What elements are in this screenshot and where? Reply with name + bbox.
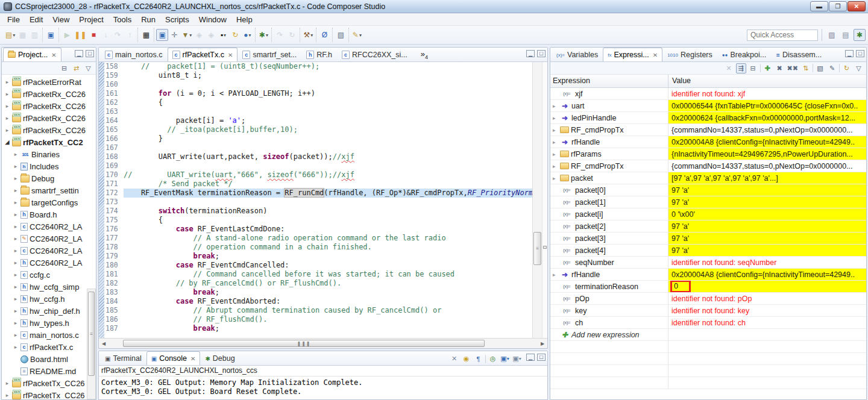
tree-item-rfpackettx-cc26[interactable]: ▸rfPacketTx_CC26	[2, 389, 96, 399]
tree-expand-icon[interactable]: ▸	[13, 332, 19, 338]
expression-row-rf-cmdproptx[interactable]: ▸RF_cmdPropTx{commandNo=14337,status=0,p…	[550, 160, 866, 172]
tree-item-main-nortos-c[interactable]: ▸cmain_nortos.c	[2, 329, 96, 341]
memory-browser-icon[interactable]: ▣	[156, 29, 168, 41]
refresh-icon[interactable]: ↻	[841, 63, 852, 73]
expression-row-ledpinhandle[interactable]: ▸➜ledPinHandle0x20000624 {callbackFxn=0x…	[550, 112, 866, 124]
tree-item-includes[interactable]: ▸hIncludes	[2, 160, 96, 172]
edit-expression-icon[interactable]: ✎	[827, 63, 837, 73]
close-button[interactable]: ✕	[848, 1, 866, 11]
pin-console-icon[interactable]: ◎	[488, 354, 498, 364]
tree-expand-icon[interactable]: ▸	[13, 344, 19, 350]
close-icon[interactable]: ✕	[51, 52, 56, 58]
tree-expand-icon[interactable]: ▸	[13, 272, 19, 278]
clear-console-icon[interactable]: ✕	[449, 354, 459, 364]
debug-icon[interactable]: ✱▾	[257, 29, 269, 41]
tree-expand-icon[interactable]: ▸	[4, 380, 10, 386]
tab-disassem-[interactable]: ≣Disassem...	[771, 48, 826, 61]
view-menu-icon[interactable]: ▽	[854, 63, 864, 73]
menu-file[interactable]: File	[2, 14, 25, 25]
dropdown-arrow-icon[interactable]: ▾	[224, 33, 226, 38]
build-hammer-icon[interactable]: ⚒▾	[302, 29, 314, 41]
tree-expand-icon[interactable]: ▸	[13, 187, 19, 193]
console-tab-debug[interactable]: ✱Debug	[200, 351, 239, 365]
tree-item-hw-chip-def-h[interactable]: ▸hhw_chip_def.h	[2, 305, 96, 317]
tree-item-cc2640r2-la[interactable]: ▸cCC2640R2_LA	[2, 245, 96, 257]
tree-expand-icon[interactable]: ▸	[4, 115, 10, 121]
expression-row-rfhandle[interactable]: ▸➜rfHandle0x200004A8 {clientConfig={nIna…	[550, 269, 866, 281]
tree-expand-icon[interactable]: ▸	[13, 284, 19, 290]
expression-row-packet-0-[interactable]: (x)=packet[0]97 'a'	[550, 184, 866, 196]
column-header-expression[interactable]: Expression	[550, 75, 668, 87]
editor-vertical-scrollbar[interactable]: ≡	[532, 62, 542, 338]
ccs-edit-perspective-icon[interactable]: ▤	[840, 29, 852, 41]
tree-item-readme-md[interactable]: README.md	[2, 365, 96, 377]
expression-row-rf-cmdproptx[interactable]: ▸RF_cmdPropTx{commandNo=14337,status=0,p…	[550, 124, 866, 136]
maximize-view-icon[interactable]: ☐	[537, 50, 546, 57]
dropdown-arrow-icon[interactable]: ▾	[266, 33, 268, 38]
dropdown-arrow-icon[interactable]: ▾	[507, 356, 509, 361]
tree-expand-icon[interactable]: ▸	[13, 308, 19, 314]
project-tree-scrollbar[interactable]: ≡	[87, 289, 96, 399]
tree-item-rfpacketrx-cc26[interactable]: ▸rfPacketRx_CC26	[2, 88, 96, 100]
expression-row-packet-2-[interactable]: (x)=packet[2]97 'a'	[550, 220, 866, 233]
display-console-icon[interactable]: ▣▾	[500, 354, 510, 364]
console-view-icon[interactable]: ▣	[45, 29, 57, 41]
tab-breakpoi-[interactable]: ●●Breakpoi...	[717, 48, 771, 61]
menu-project[interactable]: Project	[74, 14, 108, 25]
minimize-view-icon[interactable]: ▁	[526, 50, 535, 57]
close-icon[interactable]: ✕	[653, 52, 658, 58]
menu-run[interactable]: Run	[136, 14, 160, 25]
tree-expand-icon[interactable]: ▸	[4, 79, 10, 85]
open-console-icon[interactable]: ▣▾	[512, 354, 522, 364]
console-tab-console[interactable]: ▣Console✕	[146, 351, 201, 365]
tree-item-cc2640r2-la[interactable]: ▸hCC2640R2_LA	[2, 257, 96, 269]
tree-item-hw-ccfg-simp[interactable]: ▸hhw_ccfg_simp	[2, 281, 96, 293]
tree-expand-icon[interactable]: ▸	[4, 103, 10, 109]
tree-item-debug[interactable]: ▸Debug	[2, 172, 96, 184]
flash-icon[interactable]: ◈	[193, 29, 205, 41]
step-return-icon[interactable]: ↑	[124, 29, 136, 41]
step-over-icon[interactable]: ↷	[112, 29, 124, 41]
tree-expand-icon[interactable]: ▸	[13, 199, 19, 205]
tree-item-rfpacketerrorrat[interactable]: ▸rfPacketErrorRat	[2, 76, 96, 88]
tree-item-board-h[interactable]: ▸hBoard.h	[2, 208, 96, 220]
annotation-wand-icon[interactable]: ✎▾	[351, 29, 363, 41]
console-tab-terminal[interactable]: ▣Terminal	[100, 351, 146, 365]
tree-expand-icon[interactable]: ◢	[4, 139, 10, 145]
expand-icon[interactable]: ▸	[553, 175, 558, 181]
editor-tab-smartrf-set-[interactable]: csmartrf_set...	[237, 48, 301, 61]
tree-item-rfpacketrx-cc26[interactable]: ▸rfPacketRx_CC26	[2, 124, 96, 136]
tree-item-binaries[interactable]: ▸101Binaries	[2, 148, 96, 160]
minimize-view-icon[interactable]: ▁	[526, 354, 535, 361]
tab-project-explorer[interactable]: Project... ✕	[3, 48, 61, 61]
editor-horizontal-scrollbar[interactable]: ◀ ❚❚❚ ▶	[99, 338, 547, 348]
tab-expressi-[interactable]: fxExpressi...✕	[603, 48, 662, 61]
dropdown-arrow-icon[interactable]: ▾	[189, 33, 192, 38]
tree-expand-icon[interactable]: ▸	[13, 260, 19, 266]
tree-expand-icon[interactable]: ▸	[4, 392, 10, 398]
editor-annotation-ruler[interactable]	[99, 62, 104, 338]
expand-icon[interactable]: ▸	[553, 103, 558, 109]
registers-grid-icon[interactable]: ▦	[140, 29, 152, 41]
show-type-names-icon[interactable]: ✕	[724, 63, 734, 73]
tree-item-rfpacketrx-cc26[interactable]: ▸rfPacketRx_CC26	[2, 112, 96, 124]
open-perspective-icon[interactable]: ▨	[826, 29, 838, 41]
tree-expand-icon[interactable]: ▸	[13, 320, 19, 326]
expression-row-xjf[interactable]: (x)=xjfidentifier not found: xjf	[550, 88, 866, 100]
tree-item-rfpackettx-c[interactable]: ▸crfPacketTx.c	[2, 341, 96, 353]
restore-button[interactable]: ❐	[829, 1, 847, 11]
minimize-view-icon[interactable]: ▁	[75, 50, 83, 57]
expression-row-packet[interactable]: ▸packet[97 'a',97 'a',97 'a',97 'a',97 '…	[550, 172, 866, 184]
word-wrap-icon[interactable]: ¶	[473, 354, 483, 364]
maximize-view-icon[interactable]: ☐	[86, 50, 94, 57]
reevaluate-icon[interactable]: ⇅	[800, 63, 811, 73]
add-expression-icon[interactable]: ✚	[763, 63, 773, 73]
reset-icon[interactable]: ●▾	[241, 29, 253, 41]
expand-icon[interactable]: ▸	[553, 139, 558, 145]
expression-row-ch[interactable]: (x)=chidentifier not found: ch	[550, 317, 866, 329]
tree-expand-icon[interactable]: ▸	[13, 248, 19, 254]
tree-item-hw-types-h[interactable]: ▸hhw_types.h	[2, 317, 96, 329]
menu-scripts[interactable]: Scripts	[160, 14, 194, 25]
tree-item-ccfg-c[interactable]: ▸cccfg.c	[2, 269, 96, 281]
save-all-icon[interactable]: ▥	[28, 29, 40, 41]
